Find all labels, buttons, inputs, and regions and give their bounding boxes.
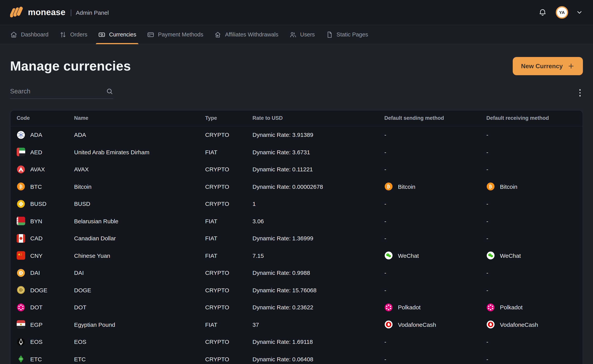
currency-type: CRYPTO xyxy=(203,132,250,138)
search-icon[interactable] xyxy=(106,87,113,95)
currency-name: EOS xyxy=(72,339,203,345)
svg-text:Ð: Ð xyxy=(19,270,23,276)
currency-code: DOT xyxy=(30,304,42,311)
default-sending-method: - xyxy=(382,235,484,242)
default-receiving-method: WeChat xyxy=(484,251,579,260)
currency-type: FIAT xyxy=(203,252,250,259)
currency-rate: 37 xyxy=(250,321,382,328)
table-row-etc[interactable]: ETCETCCRYPTODynamic Rate: 0.06408-- xyxy=(10,351,583,364)
table-row-egp[interactable]: EGPEgyptian PoundFIAT37VodafoneCashVodaf… xyxy=(10,316,583,333)
table-options-kebab-icon[interactable] xyxy=(577,87,583,99)
flag-china-icon xyxy=(17,251,25,260)
currency-type: CRYPTO xyxy=(203,270,250,276)
brand-logo[interactable]: monease xyxy=(10,6,66,18)
method-empty: - xyxy=(486,339,488,345)
table-row-busd[interactable]: BUSDBUSDCRYPTO1-- xyxy=(10,195,583,212)
default-receiving-method: - xyxy=(484,218,579,224)
notifications-bell-icon[interactable] xyxy=(537,7,548,18)
flag-belarus-icon xyxy=(17,217,25,225)
default-receiving-method: - xyxy=(484,339,579,345)
column-header-type: Type xyxy=(203,115,250,121)
default-sending-method: - xyxy=(382,287,484,293)
eos-icon xyxy=(17,338,25,346)
bitcoin-method-icon: ₿ xyxy=(384,182,393,191)
page-icon xyxy=(326,31,333,38)
currency-rate: 3.06 xyxy=(250,218,382,224)
table-row-aed[interactable]: AEDUnited Arab Emirates DirhamFIATDynami… xyxy=(10,143,583,161)
default-sending-method: - xyxy=(382,218,484,224)
polkadot-method-icon xyxy=(486,303,495,312)
table-row-cny[interactable]: CNYChinese YuanFIAT7.15WeChatWeChat xyxy=(10,247,583,264)
polkadot-method-icon xyxy=(384,303,393,312)
method-empty: - xyxy=(384,132,386,138)
cardano-icon xyxy=(17,131,25,139)
table-row-btc[interactable]: ₿BTCBitcoinCRYPTODynamic Rate: 0.0000267… xyxy=(10,178,583,195)
column-header-code: Code xyxy=(14,115,72,121)
method-label: Polkadot xyxy=(398,304,421,311)
nav-tab-dashboard[interactable]: Dashboard xyxy=(5,25,54,44)
flag-canada-icon xyxy=(17,234,25,243)
column-header-name: Name xyxy=(72,115,203,121)
avalanche-icon xyxy=(17,165,25,174)
table-row-dai[interactable]: ÐDAIDAICRYPTODynamic Rate: 0.9988-- xyxy=(10,264,583,281)
search-input[interactable] xyxy=(10,87,92,95)
nav-tab-currencies[interactable]: Currencies xyxy=(93,25,142,44)
brand-name: monease xyxy=(28,7,66,17)
currency-code: BYN xyxy=(30,218,42,224)
svg-text:₿: ₿ xyxy=(387,184,390,189)
nav-tab-static-pages[interactable]: Static Pages xyxy=(320,25,374,44)
method-empty: - xyxy=(384,218,386,224)
column-header-default-sending-method: Default sending method xyxy=(382,115,484,121)
nav-tab-users[interactable]: Users xyxy=(284,25,320,44)
nav-tab-payment-methods[interactable]: Payment Methods xyxy=(142,25,209,44)
method-label: WeChat xyxy=(398,252,419,259)
user-avatar[interactable]: YA xyxy=(556,6,568,19)
currency-rate: Dynamic Rate: 0.06408 xyxy=(250,356,382,363)
currency-name: DOT xyxy=(72,304,203,311)
default-sending-method: WeChat xyxy=(382,251,484,260)
home-icon xyxy=(10,31,17,38)
nav-tab-affiliates-withdrawals[interactable]: Affiliates Withdrawals xyxy=(209,25,284,44)
table-row-byn[interactable]: BYNBelarusian RubleFIAT3.06-- xyxy=(10,212,583,230)
currency-name: Chinese Yuan xyxy=(72,252,203,259)
currency-name: Belarusian Ruble xyxy=(72,218,203,224)
table-row-dot[interactable]: DOTDOTCRYPTODynamic Rate: 0.23622Polkado… xyxy=(10,299,583,316)
currency-type: FIAT xyxy=(203,218,250,224)
default-receiving-method: - xyxy=(484,287,579,293)
currency-type: CRYPTO xyxy=(203,166,250,173)
default-sending-method: - xyxy=(382,339,484,345)
currency-type: FIAT xyxy=(203,149,250,156)
method-empty: - xyxy=(384,356,386,363)
vodafone-method-icon xyxy=(486,320,495,329)
method-label: VodafoneCash xyxy=(500,321,538,328)
polkadot-icon xyxy=(17,303,25,312)
currency-code: BUSD xyxy=(30,201,46,207)
new-currency-button[interactable]: New Currency xyxy=(513,57,583,75)
default-receiving-method: - xyxy=(484,149,579,156)
currency-rate: Dynamic Rate: 1.36999 xyxy=(250,235,382,242)
header-divider: | xyxy=(70,8,72,16)
method-empty: - xyxy=(486,270,488,276)
account-menu-chevron-down-icon[interactable] xyxy=(576,9,583,16)
table-row-doge[interactable]: ÐDOGEDOGECRYPTODynamic Rate: 15.76068-- xyxy=(10,281,583,299)
default-receiving-method: - xyxy=(484,235,579,242)
table-row-avax[interactable]: AVAXAVAXCRYPTODynamic Rate: 0.11221-- xyxy=(10,161,583,178)
wechat-method-icon xyxy=(486,251,495,260)
currency-type: CRYPTO xyxy=(203,201,250,207)
method-label: Polkadot xyxy=(500,304,523,311)
nav-tab-orders[interactable]: Orders xyxy=(54,25,93,44)
default-receiving-method: - xyxy=(484,166,579,173)
currency-type: FIAT xyxy=(203,235,250,242)
currency-code: CNY xyxy=(30,252,42,259)
users-icon xyxy=(289,31,297,38)
nav-tab-label: Dashboard xyxy=(21,31,48,38)
default-receiving-method: - xyxy=(484,132,579,138)
table-row-ada[interactable]: ADAADACRYPTODynamic Rate: 3.91389-- xyxy=(10,126,583,143)
table-row-eos[interactable]: EOSEOSCRYPTODynamic Rate: 1.69118-- xyxy=(10,333,583,351)
currencies-table: CodeNameTypeRate to USDDefault sending m… xyxy=(10,110,583,364)
method-empty: - xyxy=(384,339,386,345)
table-row-cad[interactable]: CADCanadian DollarFIATDynamic Rate: 1.36… xyxy=(10,230,583,247)
currency-code: ETC xyxy=(30,356,42,363)
nav-tab-label: Currencies xyxy=(109,31,136,38)
method-empty: - xyxy=(384,149,386,156)
